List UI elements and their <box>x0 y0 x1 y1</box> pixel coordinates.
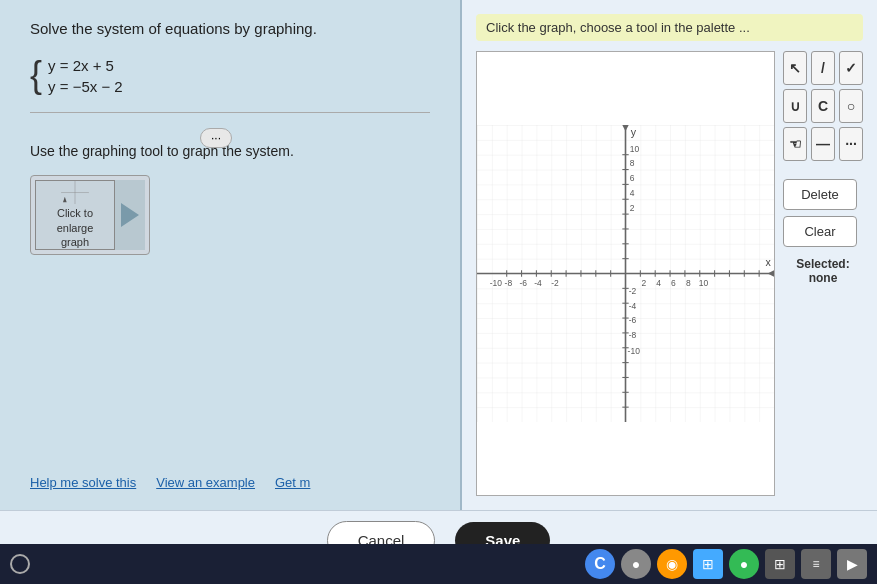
system-bar: C ● ◉ ⊞ ● ⊞ ≡ ▶ <box>0 544 877 584</box>
svg-text:-2: -2 <box>551 278 559 288</box>
brace-symbol: { <box>30 53 42 96</box>
svg-text:6: 6 <box>630 173 635 183</box>
right-panel: Click the graph, choose a tool in the pa… <box>462 0 877 510</box>
more-link[interactable]: Get m <box>275 475 310 490</box>
svg-text:2: 2 <box>641 278 646 288</box>
example-link[interactable]: View an example <box>156 475 255 490</box>
triangle-icon <box>121 203 139 227</box>
svg-text:-8: -8 <box>629 330 637 340</box>
task5-icon[interactable]: ⊞ <box>765 549 795 579</box>
clear-button[interactable]: Clear <box>783 216 857 247</box>
svg-text:-6: -6 <box>519 278 527 288</box>
svg-text:4: 4 <box>630 188 635 198</box>
svg-text:8: 8 <box>686 278 691 288</box>
svg-text:6: 6 <box>671 278 676 288</box>
svg-text:x: x <box>766 256 772 268</box>
bottom-links: Help me solve this View an example Get m <box>30 475 310 490</box>
minus-tool-button[interactable]: — <box>811 127 835 161</box>
tool-palette: ↖ / ✓ ∪ C ○ ☜ — ··· Delete Clear Select <box>783 51 863 496</box>
dots-tool-button[interactable]: ··· <box>839 127 863 161</box>
svg-text:-10: -10 <box>490 278 503 288</box>
svg-text:-6: -6 <box>629 315 637 325</box>
graph-preview-left: Click to enlarge graph <box>35 180 115 250</box>
task1-icon[interactable]: ● <box>621 549 651 579</box>
panel-instruction: Click the graph, choose a tool in the pa… <box>476 14 863 41</box>
tool-row-1: ↖ / ✓ <box>783 51 863 85</box>
svg-text:y: y <box>631 126 637 138</box>
svg-text:10: 10 <box>699 278 709 288</box>
equation-system: { y = 2x + 5 y = −5x − 2 <box>30 53 430 96</box>
divider <box>30 112 430 113</box>
c-tool-button[interactable]: C <box>811 89 835 123</box>
delete-button[interactable]: Delete <box>783 179 857 210</box>
enlarge-label: Click to enlarge graph <box>57 206 94 249</box>
system-circle-button[interactable] <box>10 554 30 574</box>
tool-row-3: ☜ — ··· <box>783 127 863 161</box>
chrome-icon[interactable]: C <box>585 549 615 579</box>
selected-label: Selected: none <box>783 257 863 285</box>
svg-text:4: 4 <box>656 278 661 288</box>
task2-icon[interactable]: ◉ <box>657 549 687 579</box>
svg-marker-2 <box>63 197 67 203</box>
slash-tool-button[interactable]: / <box>811 51 835 85</box>
graph-tool-area: x y -10 -8 -6 -4 -2 2 4 6 8 10 10 8 <box>476 51 863 496</box>
u-tool-button[interactable]: ∪ <box>783 89 807 123</box>
graph-instruction: Use the graphing tool to graph the syste… <box>30 143 430 159</box>
svg-text:8: 8 <box>630 158 635 168</box>
svg-text:-4: -4 <box>629 301 637 311</box>
equations-list: y = 2x + 5 y = −5x − 2 <box>48 53 123 95</box>
task3-icon[interactable]: ⊞ <box>693 549 723 579</box>
equation-1: y = 2x + 5 <box>48 57 123 74</box>
svg-text:2: 2 <box>630 203 635 213</box>
graph-preview-button[interactable]: Click to enlarge graph <box>30 175 150 255</box>
svg-text:-10: -10 <box>628 346 641 356</box>
graph-preview-right <box>115 180 145 250</box>
circle-tool-button[interactable]: ○ <box>839 89 863 123</box>
help-link[interactable]: Help me solve this <box>30 475 136 490</box>
arrow-tool-button[interactable]: ↖ <box>783 51 807 85</box>
check-tool-button[interactable]: ✓ <box>839 51 863 85</box>
problem-title: Solve the system of equations by graphin… <box>30 20 430 37</box>
equation-2: y = −5x − 2 <box>48 78 123 95</box>
hand-tool-button[interactable]: ☜ <box>783 127 807 161</box>
tool-row-2: ∪ C ○ <box>783 89 863 123</box>
graph-canvas[interactable]: x y -10 -8 -6 -4 -2 2 4 6 8 10 10 8 <box>476 51 775 496</box>
task4-icon[interactable]: ● <box>729 549 759 579</box>
task7-icon[interactable]: ▶ <box>837 549 867 579</box>
svg-text:-8: -8 <box>505 278 513 288</box>
expand-button[interactable]: ··· <box>200 128 232 148</box>
task6-icon[interactable]: ≡ <box>801 549 831 579</box>
svg-text:-2: -2 <box>629 286 637 296</box>
svg-text:-4: -4 <box>534 278 542 288</box>
left-panel: Solve the system of equations by graphin… <box>0 0 460 510</box>
svg-text:10: 10 <box>630 144 640 154</box>
